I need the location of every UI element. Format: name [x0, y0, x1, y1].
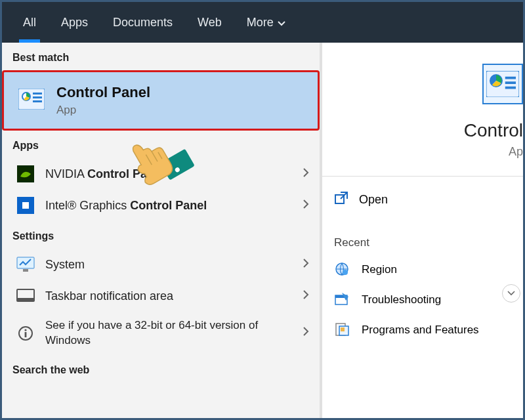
recent-item-label: Region — [362, 263, 397, 276]
recent-item-label: Programs and Features — [362, 324, 479, 337]
settings-result-bitversion[interactable]: See if you have a 32-bit or 64-bit versi… — [2, 312, 320, 355]
svg-rect-7 — [22, 202, 29, 209]
results-column: Best match Control Panel App — [2, 43, 322, 418]
best-match-title: Control Panel — [56, 84, 150, 101]
svg-rect-17 — [505, 77, 516, 79]
settings-result-label: See if you have a 32-bit or 64-bit versi… — [45, 318, 292, 348]
settings-result-label: Taskbar notification area — [45, 289, 292, 303]
svg-rect-8 — [17, 257, 34, 268]
best-match-result[interactable]: Control Panel App — [2, 70, 320, 131]
app-result-label: NVIDIA Control Panel — [45, 167, 292, 181]
settings-result-taskbar[interactable]: Taskbar notification area — [2, 280, 320, 312]
app-result-intel[interactable]: Intel® Graphics Control Panel — [2, 190, 320, 221]
preview-subtitle: Ap — [322, 145, 523, 159]
tab-more[interactable]: More — [244, 2, 288, 43]
recent-item-troubleshooting[interactable]: Troubleshooting — [322, 285, 523, 315]
troubleshoot-icon — [334, 291, 351, 308]
app-result-nvidia[interactable]: NVIDIA Control Panel — [2, 158, 320, 190]
chevron-right-icon — [303, 289, 309, 303]
control-panel-icon — [482, 64, 523, 104]
recent-item-programs[interactable]: Programs and Features — [322, 315, 523, 345]
svg-point-13 — [24, 329, 26, 331]
section-search-web: Search the web — [2, 355, 320, 383]
nvidia-icon — [16, 165, 35, 183]
tab-apps[interactable]: Apps — [58, 2, 91, 43]
action-open-label: Open — [359, 193, 388, 207]
chevron-down-icon — [278, 16, 285, 30]
svg-rect-3 — [33, 96, 42, 98]
app-result-label: Intel® Graphics Control Panel — [45, 199, 292, 213]
svg-rect-11 — [17, 298, 34, 301]
tab-web[interactable]: Web — [195, 2, 224, 43]
settings-result-label: System — [45, 258, 292, 272]
programs-icon — [334, 322, 351, 339]
intel-icon — [16, 196, 35, 215]
info-icon — [16, 324, 35, 343]
svg-rect-2 — [33, 93, 42, 94]
chevron-down-icon[interactable] — [502, 284, 520, 303]
recent-label: Recent — [322, 223, 523, 255]
open-icon — [334, 191, 348, 209]
svg-rect-27 — [341, 327, 345, 331]
taskbar-icon — [16, 287, 35, 305]
tab-all[interactable]: All — [20, 2, 39, 43]
action-open[interactable]: Open — [322, 177, 523, 223]
best-match-subtitle: App — [56, 104, 150, 117]
tab-web-label: Web — [198, 16, 222, 30]
chevron-right-icon — [303, 258, 309, 272]
tab-more-label: More — [247, 16, 274, 30]
globe-icon — [334, 261, 351, 278]
chevron-right-icon — [303, 199, 309, 213]
section-best-match: Best match — [2, 43, 320, 70]
tab-documents-label: Documents — [113, 16, 173, 30]
tab-all-label: All — [23, 16, 36, 30]
settings-result-system[interactable]: System — [2, 249, 320, 280]
preview-title: Control — [322, 120, 523, 141]
svg-rect-18 — [505, 81, 516, 84]
chevron-right-icon — [303, 326, 309, 340]
search-tabs-bar: All Apps Documents Web More — [2, 2, 523, 43]
control-panel-icon — [18, 89, 45, 112]
monitor-icon — [16, 255, 35, 274]
tab-documents[interactable]: Documents — [110, 2, 175, 43]
chevron-right-icon — [303, 167, 309, 181]
section-apps: Apps — [2, 131, 320, 158]
svg-rect-9 — [23, 269, 28, 272]
recent-item-label: Troubleshooting — [362, 293, 441, 306]
svg-rect-0 — [18, 89, 45, 110]
svg-rect-4 — [33, 100, 42, 102]
recent-item-region[interactable]: Region — [322, 255, 523, 285]
svg-point-22 — [343, 270, 348, 275]
tab-apps-label: Apps — [61, 16, 88, 30]
section-settings: Settings — [2, 221, 320, 249]
preview-pane: Control Ap Open Recent Region — [322, 43, 523, 418]
svg-rect-14 — [25, 332, 27, 337]
svg-rect-19 — [505, 87, 516, 89]
